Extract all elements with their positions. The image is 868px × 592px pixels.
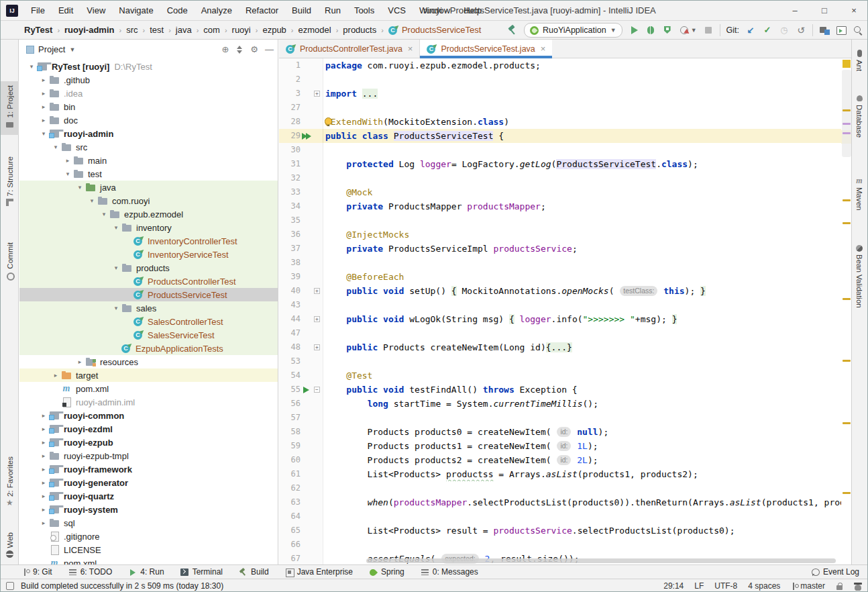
- menu-refactor[interactable]: Refactor: [239, 1, 284, 20]
- debug-button[interactable]: [645, 25, 656, 36]
- toolwindow-button-6-todo[interactable]: 6: TODO: [68, 567, 113, 577]
- toolwindow-button-0-messages[interactable]: 0: Messages: [421, 567, 478, 577]
- settings-gear-icon[interactable]: ⚙: [250, 44, 258, 54]
- stripe-mark[interactable]: [843, 492, 851, 494]
- stripe-mark[interactable]: [843, 298, 851, 300]
- menu-run[interactable]: Run: [319, 1, 347, 20]
- breadcrumb-item[interactable]: ezmodel: [299, 25, 331, 35]
- coverage-button[interactable]: [662, 25, 673, 36]
- tree-row[interactable]: ▾com.ruoyi: [19, 194, 278, 207]
- code-area[interactable]: 1package com.ruoyi.ezpub.ezmodel.product…: [279, 58, 841, 564]
- tree-row[interactable]: ▾test: [19, 167, 278, 181]
- sidebar-item-1-project[interactable]: 1: Project: [1, 81, 19, 135]
- collapse-all-icon[interactable]: [235, 46, 243, 54]
- chevron-down-icon[interactable]: ▼: [691, 27, 697, 34]
- chevron-down-icon[interactable]: ▾: [111, 305, 121, 311]
- code-line[interactable]: 56 long startTime = System.currentTimeMi…: [279, 397, 841, 411]
- highlighting-level-icon[interactable]: [854, 582, 862, 591]
- chevron-down-icon[interactable]: ▾: [50, 144, 61, 150]
- code-line[interactable]: 38: [279, 256, 841, 270]
- menu-view[interactable]: View: [80, 1, 111, 20]
- code-line[interactable]: 3+import ...: [279, 87, 841, 101]
- tree-row[interactable]: ▸ruoyi-common: [19, 409, 278, 422]
- module-dependencies-icon[interactable]: [819, 25, 830, 36]
- chevron-right-icon[interactable]: ▸: [50, 372, 61, 379]
- chevron-down-icon[interactable]: ▾: [26, 63, 37, 70]
- stop-button[interactable]: [703, 25, 714, 36]
- tree-row[interactable]: ▸ruoyi-ezpub: [19, 436, 278, 449]
- fold-column[interactable]: −: [313, 383, 322, 397]
- caret-position[interactable]: 29:14: [663, 581, 684, 591]
- chevron-right-icon[interactable]: ▸: [38, 426, 49, 432]
- file-encoding[interactable]: UTF-8: [714, 581, 737, 591]
- toolwindow-toggle-icon[interactable]: [6, 582, 14, 590]
- fold-collapse-icon[interactable]: −: [314, 387, 320, 393]
- stripe-mark[interactable]: [843, 422, 851, 424]
- code-line[interactable]: 59 Products products1 = createNewItem( i…: [279, 439, 841, 453]
- code-line[interactable]: 53: [279, 354, 841, 368]
- code-line[interactable]: 39 @BeforeEach: [279, 270, 841, 284]
- fold-column[interactable]: +: [313, 340, 322, 354]
- tree-row[interactable]: CSalesServiceTest: [19, 328, 278, 342]
- sidebar-item-maven[interactable]: mMaven: [851, 170, 867, 215]
- maximize-button[interactable]: □: [810, 1, 839, 21]
- tree-row[interactable]: CProductsControllerTest: [19, 275, 278, 288]
- stripe-mark[interactable]: [843, 360, 851, 362]
- sidebar-item-7-structure[interactable]: 7: Structure: [1, 152, 19, 213]
- tree-row[interactable]: ▸doc: [19, 113, 278, 127]
- chevron-down-icon[interactable]: ▾: [87, 197, 97, 204]
- tree-row[interactable]: CSalesControllerTest: [19, 315, 278, 328]
- tree-row[interactable]: ▸resources: [19, 355, 278, 368]
- breadcrumb-item[interactable]: ruoyi: [232, 25, 251, 35]
- chevron-down-icon[interactable]: ▾: [111, 224, 121, 231]
- sidebar-item-web[interactable]: Web: [1, 528, 19, 564]
- build-project-icon[interactable]: [507, 25, 518, 36]
- tree-row[interactable]: ▾ruoyi-admin: [19, 127, 278, 140]
- toolwindow-button-terminal[interactable]: Terminal: [180, 567, 223, 577]
- indent-setting[interactable]: 4 spaces: [748, 581, 780, 591]
- code-line[interactable]: 27: [279, 101, 841, 115]
- tree-row[interactable]: ▾ezpub.ezmodel: [19, 207, 278, 221]
- sidebar-item-database[interactable]: Database: [851, 88, 867, 142]
- code-line[interactable]: 60 Products products2 = createNewItem( i…: [279, 453, 841, 467]
- code-line[interactable]: 63 when(productsMapper.selectProductsLis…: [279, 495, 841, 509]
- chevron-right-icon[interactable]: ▸: [38, 493, 49, 499]
- run-test-icon[interactable]: [301, 383, 313, 397]
- menu-vcs[interactable]: VCS: [382, 1, 412, 20]
- code-line[interactable]: 62: [279, 481, 841, 495]
- tree-row[interactable]: ▸ruoyi-framework: [19, 462, 278, 476]
- tree-row[interactable]: ▾inventory: [19, 221, 278, 234]
- tab-close-icon[interactable]: ×: [408, 44, 413, 54]
- breadcrumb-item[interactable]: com: [203, 25, 220, 35]
- tree-row[interactable]: mpom.xml: [19, 382, 278, 395]
- sidebar-item-commit[interactable]: Commit: [1, 238, 19, 286]
- chevron-right-icon[interactable]: ▸: [38, 90, 49, 97]
- code-line[interactable]: 55− public void testFindAll() throws Exc…: [279, 383, 841, 397]
- fold-column[interactable]: +: [313, 87, 322, 101]
- toolwindow-button-9-git[interactable]: 9: Git: [21, 567, 52, 577]
- tree-row[interactable]: ▾src: [19, 140, 278, 154]
- tree-row[interactable]: CInventoryServiceTest: [19, 248, 278, 261]
- fold-column[interactable]: +: [313, 312, 322, 326]
- chevron-right-icon[interactable]: ▸: [38, 412, 49, 419]
- code-line[interactable]: 64: [279, 509, 841, 524]
- breadcrumb-item[interactable]: test: [150, 25, 164, 35]
- sidebar-item-bean-validation[interactable]: Bean Validation: [851, 238, 867, 312]
- tree-row[interactable]: ▸ruoyi-system: [19, 503, 278, 516]
- problems-indicator[interactable]: [843, 60, 851, 68]
- run-configuration-select[interactable]: RuoYiApplication ▼: [524, 23, 622, 38]
- breadcrumb-item[interactable]: RyTest: [24, 25, 52, 35]
- code-line[interactable]: 40+ public void setUp() { MockitoAnnotat…: [279, 284, 841, 298]
- scrollbar-thumb[interactable]: [842, 70, 851, 157]
- stripe-mark[interactable]: [843, 222, 851, 224]
- tree-row[interactable]: ▸ruoyi-quartz: [19, 489, 278, 503]
- toolwindow-button-java-enterprise[interactable]: Java Enterprise: [285, 567, 353, 577]
- code-line[interactable]: 65 List<Products> result = productsServi…: [279, 524, 841, 538]
- code-line[interactable]: 54 @Test: [279, 368, 841, 383]
- tree-row[interactable]: ▾products: [19, 261, 278, 275]
- tree-row[interactable]: ▸.github: [19, 73, 278, 87]
- fold-expand-icon[interactable]: +: [314, 91, 320, 97]
- code-line[interactable]: 31 protected Log logger= LogFactory.getL…: [279, 157, 841, 171]
- chevron-down-icon[interactable]: ▾: [74, 184, 85, 191]
- tab-close-icon[interactable]: ×: [541, 44, 546, 54]
